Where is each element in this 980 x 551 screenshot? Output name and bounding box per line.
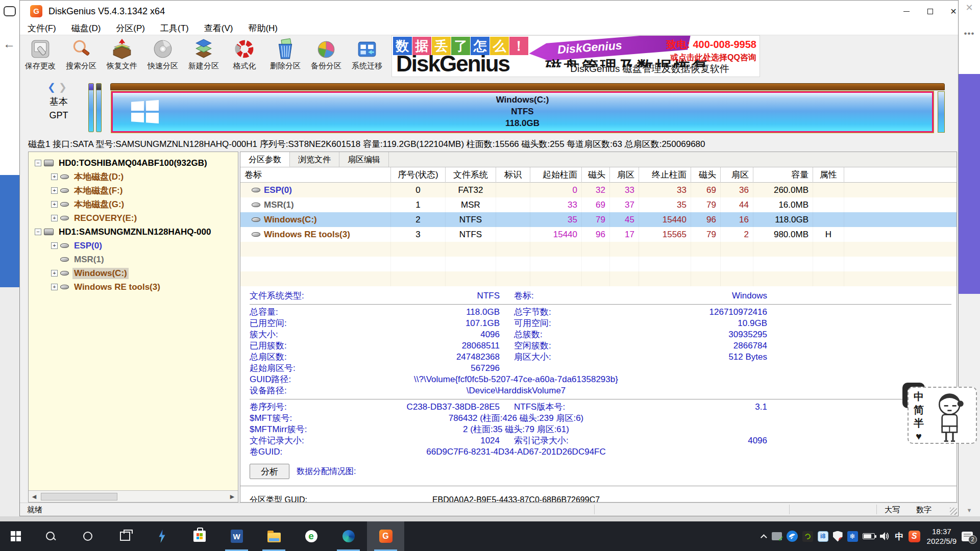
expand-toggle-icon[interactable]: +: [51, 173, 58, 180]
tree-item[interactable]: + Windows(C:): [29, 266, 238, 280]
tree-item[interactable]: − HD1:SAMSUNGMZNLN128HAHQ-000: [29, 225, 238, 239]
menu-item[interactable]: 分区(P): [108, 22, 153, 34]
expand-toggle-icon[interactable]: −: [35, 160, 41, 166]
expand-toggle-icon[interactable]: +: [51, 215, 58, 221]
snowflake-icon[interactable]: ❄: [847, 531, 858, 542]
start-button[interactable]: [0, 521, 32, 551]
close-button[interactable]: ✕: [942, 1, 965, 22]
backup-partition-button[interactable]: 备份分区: [306, 35, 347, 78]
tree-item[interactable]: − HD0:TOSHIBAMQ04ABF100(932GB): [29, 156, 238, 170]
back-arrow-icon[interactable]: ←: [3, 37, 15, 51]
maximize-button[interactable]: [918, 1, 942, 22]
table-row[interactable]: Windows(C:) 2 NTFS 35 79 45 15440 96 16 …: [240, 212, 957, 227]
tree-item[interactable]: + 本地磁盘(G:): [29, 197, 238, 211]
task-view-button[interactable]: [106, 521, 143, 551]
table-row[interactable]: Windows RE tools(3) 3 NTFS 15440 96 17 1…: [240, 227, 957, 242]
expand-toggle-icon[interactable]: +: [51, 284, 58, 290]
diskgenius-taskbar-button[interactable]: G: [367, 521, 404, 551]
quick-partition-button[interactable]: 快速分区: [142, 35, 183, 78]
browser-tab-icon[interactable]: [4, 6, 16, 16]
security-alert-icon[interactable]: ✕: [833, 531, 843, 542]
tree-item[interactable]: + 本地磁盘(D:): [29, 170, 238, 184]
volume-icon[interactable]: [879, 532, 891, 541]
scroll-right-arrow[interactable]: ▶: [227, 493, 238, 500]
promo-banner[interactable]: 数据丢了怎么！ DiskGenius DiskGenius 磁盘管理及数据恢复 …: [391, 35, 760, 77]
ime-status-char: ♥: [909, 430, 929, 443]
table-row[interactable]: [240, 257, 957, 271]
menu-item[interactable]: 查看(V): [197, 22, 241, 34]
dingtalk-icon[interactable]: [787, 531, 798, 542]
edge-button[interactable]: [330, 521, 367, 551]
analyze-button[interactable]: 分析: [250, 464, 289, 479]
column-header: 磁头: [691, 167, 721, 183]
partition-bar-re-tools[interactable]: [938, 91, 945, 133]
tray-update-icon[interactable]: [772, 532, 782, 540]
tree-item[interactable]: + RECOVERY(E:): [29, 211, 238, 225]
minimize-button[interactable]: [895, 1, 918, 22]
taskbar-search-button[interactable]: [32, 521, 69, 551]
nvidia-icon[interactable]: [802, 531, 813, 542]
next-disk-arrow[interactable]: ❯: [59, 82, 70, 92]
save-icon: [30, 38, 51, 60]
word-button[interactable]: W: [218, 521, 255, 551]
partition-name: Windows(C:): [113, 94, 932, 106]
system-migrate-button[interactable]: 系统迁移: [347, 35, 387, 78]
tree-item[interactable]: + ESP(0): [29, 239, 238, 253]
app-flash-button[interactable]: [143, 521, 181, 551]
background-window-left-edge: ←: [0, 0, 19, 516]
file-explorer-button[interactable]: [255, 521, 292, 551]
search-partition-button[interactable]: 搜索分区: [61, 35, 102, 78]
partition-bar-msr[interactable]: [96, 83, 102, 132]
tray-expand-chevron[interactable]: [763, 534, 767, 539]
tab-partition-params[interactable]: 分区参数: [240, 152, 290, 167]
resize-grip[interactable]: [950, 508, 957, 515]
tab-sector-edit[interactable]: 扇区编辑: [339, 152, 389, 167]
detail-value: 247482368: [342, 352, 500, 363]
expand-toggle-icon[interactable]: +: [51, 201, 58, 208]
new-partition-button[interactable]: 新建分区: [183, 35, 224, 78]
menu-item[interactable]: 磁盘(D): [64, 22, 109, 34]
partition-bar-windows-c[interactable]: Windows(C:) NTFS 118.0GB: [111, 91, 934, 133]
detail-value: 30935295: [607, 329, 767, 340]
scroll-down-arrow[interactable]: ▼: [959, 507, 980, 513]
notification-center-button[interactable]: 2: [962, 532, 973, 541]
tree-item[interactable]: + Windows RE tools(3): [29, 280, 238, 294]
table-row[interactable]: [240, 271, 957, 286]
ime-indicator[interactable]: 中: [895, 531, 904, 542]
expand-toggle-icon[interactable]: +: [51, 270, 58, 277]
taskbar-clock[interactable]: 18:37 2022/5/9: [927, 527, 957, 546]
table-row[interactable]: MSR(1) 1 MSR 33 69 37 35 79 44 16.0MB: [240, 197, 957, 212]
cortana-button[interactable]: [69, 521, 106, 551]
browser-360-button[interactable]: e: [292, 521, 330, 551]
battery-icon[interactable]: [863, 533, 875, 539]
partition-bar-esp[interactable]: [88, 83, 94, 132]
tree-horizontal-scrollbar[interactable]: ◀ ▶: [29, 490, 238, 502]
menu-item[interactable]: 帮助(H): [240, 22, 285, 34]
banner-qq-link[interactable]: 或点击此处选择QQ咨询: [666, 53, 756, 63]
table-row[interactable]: [240, 242, 957, 257]
prev-disk-arrow[interactable]: ❮: [47, 82, 59, 92]
format-button[interactable]: 格式化: [224, 35, 265, 78]
detail-value: 3.1: [607, 402, 767, 413]
expand-toggle-icon[interactable]: +: [51, 187, 58, 194]
intel-graphics-icon[interactable]: i8: [818, 531, 828, 542]
tree-item[interactable]: + 本地磁盘(F:): [29, 184, 238, 197]
partition-icon: [252, 188, 260, 192]
scrollbar-thumb[interactable]: [41, 493, 117, 500]
sogou-ime-widget[interactable]: 中简半♥: [908, 387, 977, 444]
expand-toggle-icon[interactable]: −: [35, 229, 41, 235]
microsoft-store-button[interactable]: [181, 521, 218, 551]
save-changes-button[interactable]: 保存更改: [20, 35, 61, 78]
more-menu-icon[interactable]: •••: [959, 29, 980, 39]
table-row[interactable]: ESP(0) 0 FAT32 0 32 33 33 69 36 260.0MB: [240, 183, 957, 197]
delete-partition-button[interactable]: 删除分区: [265, 35, 306, 78]
scroll-left-arrow[interactable]: ◀: [29, 493, 40, 500]
expand-toggle-icon[interactable]: +: [51, 242, 58, 249]
tree-item[interactable]: MSR(1): [29, 253, 238, 266]
detail-row: 卷序列号: C238-DB37-38DB-28E5 NTFS版本号: 3.1: [250, 402, 951, 413]
recover-files-button[interactable]: 恢复文件: [102, 35, 142, 78]
sogou-icon[interactable]: S: [909, 531, 920, 542]
tab-browse-files[interactable]: 浏览文件: [290, 152, 339, 167]
menu-item[interactable]: 文件(F): [20, 22, 64, 34]
menu-item[interactable]: 工具(T): [153, 22, 197, 34]
